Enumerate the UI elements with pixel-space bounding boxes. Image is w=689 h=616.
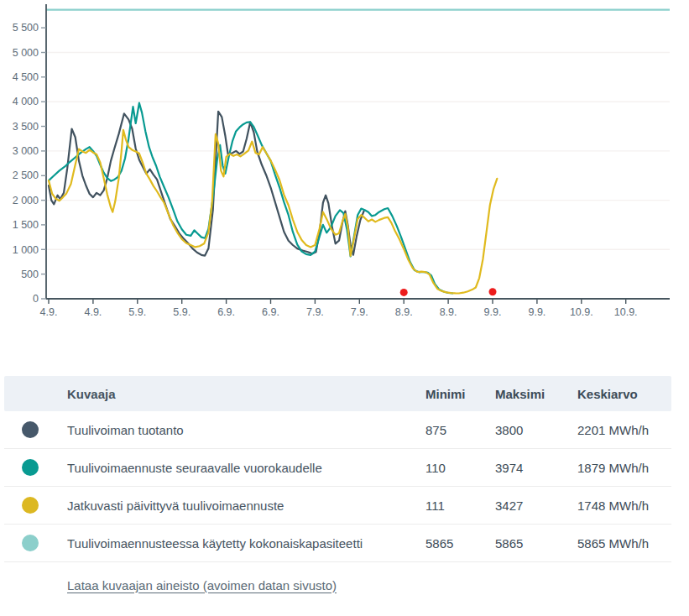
x-tick-label: 7.9. <box>306 306 324 318</box>
series-min-value: 111 <box>421 499 491 513</box>
y-tick-label: 5 500 <box>13 22 39 34</box>
x-tick-label: 6.9. <box>217 306 235 318</box>
series-max-value: 3427 <box>491 499 573 513</box>
series-swatch-cell <box>4 459 63 476</box>
x-tick-label: 4.9. <box>40 306 58 318</box>
x-tick-label: 10.9. <box>570 306 593 318</box>
series-max-value: 5865 <box>491 536 573 551</box>
legend-table-footer: Lataa kuvaajan aineisto (avoimen datan s… <box>4 562 671 608</box>
y-tick-label: 4 500 <box>13 71 39 83</box>
series-max-value: 3974 <box>491 461 573 475</box>
x-tick-label: 8.9. <box>440 306 457 318</box>
column-header-minimi: Minimi <box>421 387 491 401</box>
table-row: Tuulivoimaennusteessa käytetty kokonaisk… <box>4 525 671 562</box>
x-tick-label: 5.9. <box>173 306 191 318</box>
x-tick-label: 8.9. <box>395 306 413 318</box>
red-marker-dot <box>400 289 408 296</box>
wind-power-chart: 05001 0001 5002 0002 5003 0003 5004 0004… <box>0 0 689 332</box>
series-color-swatch-icon <box>22 459 39 476</box>
column-header-maksimi: Maksimi <box>491 387 573 401</box>
x-tick-label: 7.9. <box>351 306 368 318</box>
x-tick-label: 5.9. <box>128 306 146 318</box>
y-tick-label: 2 500 <box>13 170 39 181</box>
y-tick-label: 1 000 <box>13 244 39 256</box>
y-tick-label: 3 000 <box>13 145 39 157</box>
table-row: Tuulivoimaennuste seuraavalle vuorokaude… <box>4 449 671 487</box>
series-min-value: 5865 <box>421 536 491 551</box>
legend-table-header: Kuvaaja Minimi Maksimi Keskiarvo <box>4 376 671 411</box>
series-label: Jatkuvasti päivittyvä tuulivoimaennuste <box>63 499 421 513</box>
chart-svg: 05001 0001 5002 0002 5003 0003 5004 0004… <box>0 0 689 332</box>
series-color-swatch-icon <box>22 535 39 551</box>
x-tick-label: 10.9. <box>614 306 638 318</box>
series-min-value: 875 <box>421 423 491 437</box>
y-tick-label: 2 000 <box>13 195 39 206</box>
y-tick-label: 3 500 <box>13 121 39 133</box>
y-tick-label: 0 <box>33 293 39 305</box>
series-min-value: 110 <box>421 461 491 475</box>
y-tick-label: 4 000 <box>13 96 39 107</box>
x-tick-label: 9.9. <box>484 306 502 318</box>
series-swatch-cell <box>4 535 63 551</box>
series-avg-value: 2201 MWh/h <box>573 423 671 437</box>
wind-power-widget: 05001 0001 5002 0002 5003 0003 5004 0004… <box>0 0 689 608</box>
table-row: Jatkuvasti päivittyvä tuulivoimaennuste1… <box>4 487 671 525</box>
series-swatch-cell <box>4 421 63 438</box>
table-row: Tuulivoiman tuotanto87538002201 MWh/h <box>4 411 671 449</box>
series-avg-value: 5865 MWh/h <box>573 536 671 551</box>
legend-table-body: Tuulivoiman tuotanto87538002201 MWh/hTuu… <box>4 411 671 562</box>
series-label: Tuulivoimaennusteessa käytetty kokonaisk… <box>63 536 421 551</box>
series-label: Tuulivoiman tuotanto <box>63 423 421 437</box>
series-avg-value: 1879 MWh/h <box>573 461 671 475</box>
series-ennuste-vuorokausi-line <box>49 103 452 294</box>
y-tick-label: 500 <box>21 269 39 280</box>
series-ennuste-paivittyva-line <box>49 130 497 294</box>
x-tick-label: 6.9. <box>262 306 279 318</box>
series-color-swatch-icon <box>22 497 39 514</box>
series-color-swatch-icon <box>22 421 39 438</box>
x-tick-label: 4.9. <box>84 306 102 318</box>
series-max-value: 3800 <box>491 423 573 437</box>
column-header-keskiarvo: Keskiarvo <box>573 387 671 401</box>
x-tick-label: 9.9. <box>528 306 545 318</box>
column-header-kuvaaja: Kuvaaja <box>63 387 421 401</box>
legend-table: Kuvaaja Minimi Maksimi Keskiarvo Tuulivo… <box>4 376 671 608</box>
y-tick-label: 1 500 <box>13 219 39 231</box>
download-data-link[interactable]: Lataa kuvaajan aineisto (avoimen datan s… <box>67 578 337 593</box>
y-tick-label: 5 000 <box>13 47 39 59</box>
series-avg-value: 1748 MWh/h <box>573 499 671 513</box>
series-label: Tuulivoimaennuste seuraavalle vuorokaude… <box>63 461 421 475</box>
red-marker-dot <box>489 288 497 295</box>
series-swatch-cell <box>4 497 63 514</box>
